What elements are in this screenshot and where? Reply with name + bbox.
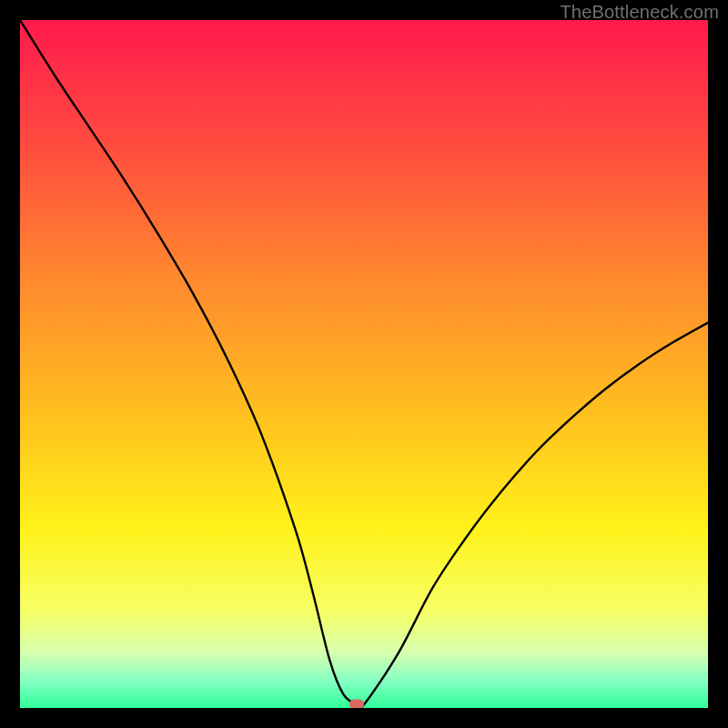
gradient-background (20, 20, 708, 708)
chart-frame: TheBottleneck.com (0, 0, 728, 728)
plot-area (20, 20, 708, 708)
watermark-text: TheBottleneck.com (560, 2, 719, 23)
chart-svg (20, 20, 708, 708)
vertex-marker (349, 700, 364, 708)
